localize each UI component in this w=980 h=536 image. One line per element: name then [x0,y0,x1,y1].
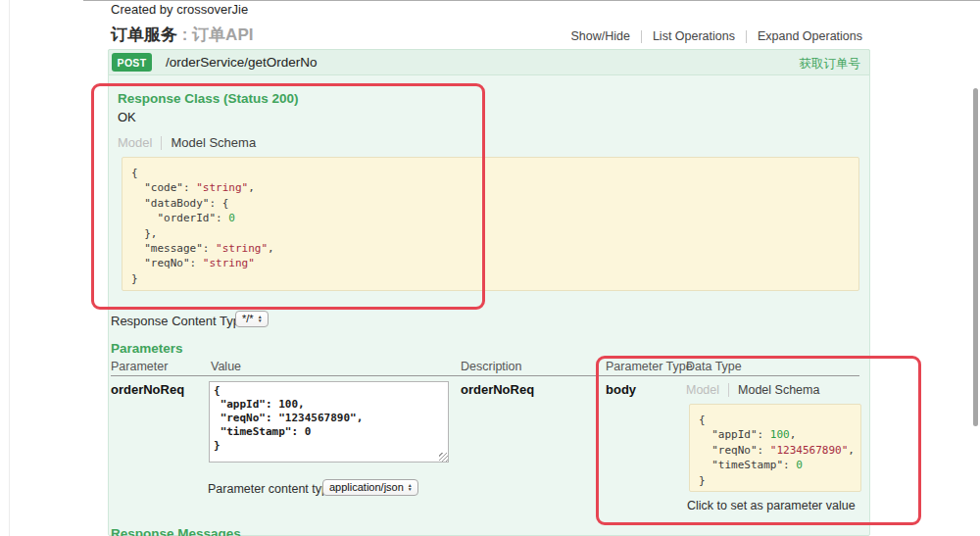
tab-model[interactable]: Model [686,383,719,397]
tab-model-schema[interactable]: Model Schema [171,135,256,150]
operation-summary-link[interactable]: 获取订单号 [800,56,861,73]
parameter-value-input[interactable]: { "appId": 100, "reqNo": "1234567890", "… [209,381,449,463]
textarea-resize-handle[interactable] [439,453,448,462]
list-operations-link[interactable]: List Operations [653,29,735,43]
toolbar-divider [641,30,642,43]
top-divider [83,0,980,1]
parameters-heading: Parameters [111,341,183,356]
response-class-heading: Response Class (Status 200) [118,91,299,106]
response-content-type-select[interactable]: */* ▲▼ [235,311,269,327]
tab-divider [161,136,162,150]
swagger-ui-page: Created by crossoverJie 订单服务 : 订单API Sho… [0,0,980,536]
response-messages-heading: Response Messages [111,526,241,536]
table-header-rule [111,375,859,376]
parameter-content-type-select[interactable]: application/json ▲▼ [322,479,418,496]
left-edge-divider [9,0,10,536]
api-title: 订单服务 : 订单API [111,24,253,46]
response-schema-snippet: { "code": "string", "dataBody": { "order… [122,157,859,291]
column-header-description: Description [461,360,522,373]
response-content-type-label: Response Content Type [111,314,247,328]
api-title-separator: : [177,25,192,44]
operations-toolbar: Show/Hide List Operations Expand Operati… [570,29,862,43]
api-title-main: 订单服务 [111,25,177,44]
column-header-data-type: Data Type [686,360,742,373]
tab-divider [728,383,729,397]
tab-model-schema[interactable]: Model Schema [738,383,819,397]
api-title-subtitle: 订单API [192,25,253,44]
column-header-value: Value [211,360,241,373]
column-header-parameter: Parameter [111,360,168,373]
expand-operations-link[interactable]: Expand Operations [758,29,862,43]
toolbar-divider [746,30,747,43]
response-class-description: OK [118,110,136,124]
schema-click-hint[interactable]: Click to set as parameter value [687,499,856,512]
parameter-schema-snippet[interactable]: { "appId": 100, "reqNo": "1234567890", "… [689,404,861,492]
select-stepper-icon: ▲▼ [258,315,263,322]
parameter-type-cell: body [606,382,636,397]
show-hide-link[interactable]: Show/Hide [570,29,629,43]
tab-model[interactable]: Model [118,135,152,150]
http-method-badge[interactable]: POST [112,53,152,72]
parameter-content-type-label: Parameter content type: [208,482,338,496]
endpoint-path-link[interactable]: /orderService/getOrderNo [166,55,318,70]
created-by-text: Created by crossoverJie [111,2,248,17]
data-type-model-tabs: Model Model Schema [686,383,819,397]
column-header-parameter-type: Parameter Type [606,360,693,373]
response-content-type-value: */* [242,313,254,324]
select-stepper-icon: ▲▼ [408,483,413,491]
parameter-description-cell: orderNoReq [461,382,534,397]
scrollbar-thumb[interactable] [973,88,978,426]
response-model-tabs: Model Model Schema [118,135,256,150]
parameter-content-type-value: application/json [329,481,404,493]
parameter-name-cell: orderNoReq [111,382,184,397]
